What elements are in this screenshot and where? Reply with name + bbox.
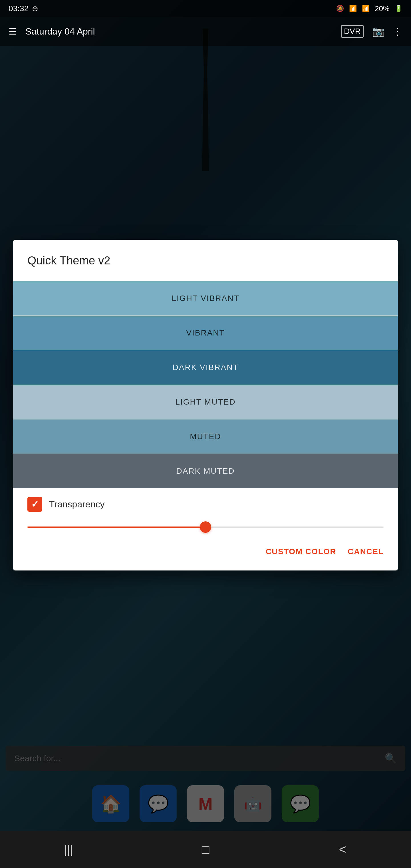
top-bar-title: Saturday 04 April xyxy=(25,26,333,37)
theme-option-light-muted[interactable]: LIGHT MUTED xyxy=(13,385,398,419)
status-bar: 03:32 ⊖ 🔕 📶 📶 20% 🔋 xyxy=(0,0,411,17)
mute-icon: 🔕 xyxy=(336,5,344,12)
theme-option-light-vibrant[interactable]: LIGHT VIBRANT xyxy=(13,281,398,315)
slider-track xyxy=(27,527,384,528)
theme-option-muted[interactable]: MUTED xyxy=(13,420,398,454)
nav-home-button[interactable]: □ xyxy=(194,838,217,861)
dialog-actions: CUSTOM COLOR CANCEL xyxy=(27,544,384,559)
status-time-area: 03:32 ⊖ xyxy=(8,4,38,13)
signal-icon: 📶 xyxy=(362,5,370,12)
theme-option-vibrant[interactable]: VIBRANT xyxy=(13,316,398,350)
theme-option-dark-muted[interactable]: DARK MUTED xyxy=(13,454,398,488)
transparency-row: Transparency xyxy=(27,497,384,512)
custom-color-button[interactable]: CUSTOM COLOR xyxy=(266,544,337,559)
theme-option-dark-vibrant[interactable]: DARK VIBRANT xyxy=(13,350,398,384)
slider-fill xyxy=(27,527,205,528)
nav-menu-button[interactable]: ||| xyxy=(57,838,80,861)
top-bar: ☰ Saturday 04 April DVR 📷 ⋮ xyxy=(0,17,411,46)
transparency-slider[interactable] xyxy=(27,521,384,533)
battery-text: 20% xyxy=(375,4,389,13)
more-options-icon[interactable]: ⋮ xyxy=(393,26,403,37)
transparency-checkbox[interactable] xyxy=(27,497,42,512)
cancel-button[interactable]: CANCEL xyxy=(348,544,384,559)
quick-theme-dialog: Quick Theme v2 LIGHT VIBRANT VIBRANT DAR… xyxy=(13,240,398,570)
battery-icon: 🔋 xyxy=(395,5,403,12)
transparency-label: Transparency xyxy=(49,499,104,510)
time-display: 03:32 xyxy=(8,4,29,13)
dialog-title-area: Quick Theme v2 xyxy=(13,240,398,281)
slider-thumb[interactable] xyxy=(200,521,211,533)
top-bar-icons: DVR 📷 ⋮ xyxy=(341,25,403,38)
camera-icon[interactable]: 📷 xyxy=(372,26,384,37)
navigation-bar: ||| □ < xyxy=(0,831,411,868)
dialog-bottom: Transparency CUSTOM COLOR CANCEL xyxy=(13,488,398,570)
hamburger-icon[interactable]: ☰ xyxy=(8,26,17,37)
status-icons-area: 🔕 📶 📶 20% 🔋 xyxy=(336,4,403,13)
dialog-title: Quick Theme v2 xyxy=(27,254,384,267)
dvr-button[interactable]: DVR xyxy=(341,25,363,38)
wifi-icon: 📶 xyxy=(349,5,357,12)
dnd-icon: ⊖ xyxy=(32,4,38,13)
nav-back-button[interactable]: < xyxy=(331,838,354,861)
